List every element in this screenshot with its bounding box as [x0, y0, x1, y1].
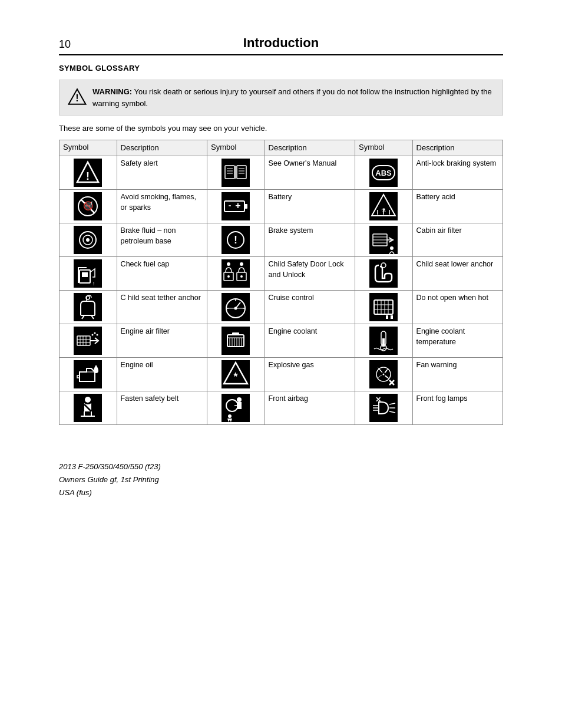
- symbol-cell: - +: [207, 190, 265, 223]
- symbol-cell: !: [207, 223, 265, 257]
- col-header-symbol1: Symbol: [59, 140, 117, 156]
- svg-point-91: [97, 334, 98, 336]
- svg-rect-24: [244, 204, 247, 209]
- svg-point-55: [240, 275, 243, 278]
- svg-rect-58: [369, 259, 398, 288]
- cabin-air-filter-icon: [369, 226, 398, 254]
- engine-air-filter-icon: [74, 327, 102, 355]
- desc-cell: Cruise control: [265, 291, 355, 324]
- desc-cell: Fasten safety belt: [117, 391, 207, 425]
- intro-text: These are some of the symbols you may se…: [59, 124, 503, 133]
- cruise-control-icon: [222, 293, 250, 321]
- svg-text:↑: ↑: [92, 281, 95, 286]
- do-not-open-hot-icon: [369, 293, 398, 321]
- page-number: 10: [59, 38, 94, 51]
- check-fuel-cap-icon: ↑: [74, 259, 102, 288]
- front-fog-lamps-icon: ✕: [369, 394, 398, 422]
- symbol-cell: [355, 291, 412, 324]
- symbol-cell: *: [207, 358, 265, 391]
- symbol-cell: [59, 324, 117, 358]
- safety-alert-icon: !: [74, 159, 102, 187]
- child-seat-tether-icon: [74, 293, 102, 321]
- desc-cell: Avoid smoking, flames, or sparks: [117, 190, 207, 223]
- symbol-cell: [207, 324, 265, 358]
- svg-text:ABS: ABS: [376, 169, 392, 177]
- svg-rect-122: [222, 394, 250, 422]
- svg-rect-51: [222, 259, 250, 288]
- desc-cell: Safety alert: [117, 156, 207, 190]
- symbol-cell: [59, 391, 117, 425]
- svg-rect-49: [82, 272, 88, 277]
- svg-point-89: [92, 334, 94, 336]
- section-title: SYMBOL GLOSSARY: [59, 64, 503, 73]
- desc-cell: C hild seat tether anchor: [117, 291, 207, 324]
- col-header-desc2: Description: [265, 140, 355, 156]
- symbol-cell: [355, 324, 412, 358]
- svg-point-46: [390, 246, 394, 250]
- symbol-cell: ABS: [355, 156, 412, 190]
- table-row: Engine oil * Explosive gas: [59, 358, 503, 391]
- symbol-cell: ✕: [355, 391, 412, 425]
- svg-text:*: *: [234, 371, 238, 383]
- svg-text:🚭: 🚭: [83, 201, 94, 211]
- table-row: ! Safety alert See: [59, 156, 503, 190]
- table-header-row: Symbol Description Symbol Description Sy…: [59, 140, 503, 156]
- brake-fluid-icon: [74, 226, 102, 254]
- desc-cell: Front fog lamps: [412, 391, 503, 425]
- svg-text:!: !: [86, 170, 90, 182]
- svg-text:+: +: [236, 200, 241, 210]
- fan-warning-icon: [369, 360, 398, 388]
- warning-label: WARNING:: [92, 87, 132, 96]
- symbol-cell: [59, 291, 117, 324]
- svg-point-118: [85, 397, 91, 403]
- page-title: Introduction: [94, 35, 503, 51]
- footer-line1: 2013 F-250/350/450/550 (f23): [59, 460, 503, 473]
- svg-point-90: [94, 332, 96, 334]
- table-row: C hild seat tether anchor Cruise control: [59, 291, 503, 324]
- desc-cell: Engine coolant temperature: [412, 324, 503, 358]
- svg-text:✕: ✕: [375, 396, 381, 404]
- svg-point-56: [227, 262, 230, 266]
- footer-line3: USA (fus): [59, 486, 503, 499]
- svg-rect-105: [382, 338, 385, 347]
- page-header: 10 Introduction: [59, 35, 503, 55]
- svg-text:-: -: [229, 200, 232, 210]
- symbol-cell: [59, 358, 117, 391]
- symbol-cell: [355, 223, 412, 257]
- explosive-gas-icon: *: [222, 360, 250, 388]
- symbol-cell: [59, 223, 117, 257]
- front-airbag-icon: [222, 394, 250, 422]
- symbol-cell: [207, 156, 265, 190]
- symbol-cell: ⚗: [355, 190, 412, 223]
- desc-cell: Cabin air filter: [412, 223, 503, 257]
- desc-cell: Check fuel cap: [117, 257, 207, 291]
- engine-oil-icon: [74, 360, 102, 388]
- col-header-desc1: Description: [117, 140, 207, 156]
- svg-point-123: [237, 397, 242, 402]
- svg-text:!: !: [234, 234, 237, 246]
- symbol-cell: [355, 358, 412, 391]
- desc-cell: See Owner's Manual: [265, 156, 355, 190]
- table-row: ↑ Check fuel cap Ch: [59, 257, 503, 291]
- table-row: Engine air filter Engine coola: [59, 324, 503, 358]
- svg-point-125: [228, 414, 232, 418]
- symbol-cell: [355, 257, 412, 291]
- col-header-symbol2: Symbol: [207, 140, 265, 156]
- abs-icon: ABS: [369, 159, 398, 187]
- brake-system-icon: !: [222, 226, 250, 254]
- desc-cell: Fan warning: [412, 358, 503, 391]
- no-smoking-icon: 🚭: [74, 192, 102, 220]
- svg-point-114: [383, 374, 385, 375]
- engine-coolant-temp-icon: [369, 327, 398, 355]
- symbol-table: Symbol Description Symbol Description Sy…: [59, 140, 503, 425]
- svg-point-72: [234, 307, 237, 310]
- child-seat-lower-anchor-icon: [369, 259, 398, 288]
- desc-cell: Do not open when hot: [412, 291, 503, 324]
- svg-point-57: [240, 262, 243, 266]
- desc-cell: Engine oil: [117, 358, 207, 391]
- battery-icon: - +: [222, 192, 250, 220]
- warning-text: WARNING: You risk death or serious injur…: [92, 86, 494, 109]
- child-safety-door-icon: [222, 259, 250, 288]
- svg-rect-92: [222, 327, 250, 355]
- desc-cell: Engine air filter: [117, 324, 207, 358]
